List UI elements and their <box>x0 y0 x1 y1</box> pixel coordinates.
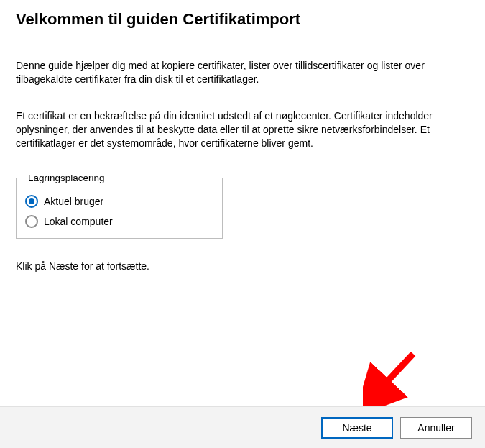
svg-line-1 <box>371 354 413 398</box>
storage-location-group: Lagringsplacering Aktuel bruger Lokal co… <box>16 173 223 239</box>
intro-text: Denne guide hjælper dig med at kopiere c… <box>16 59 468 86</box>
cancel-button[interactable]: Annuller <box>400 417 472 439</box>
dialog-footer: Næste Annuller <box>0 406 485 448</box>
page-title: Velkommen til guiden Certifikatimport <box>16 10 469 29</box>
radio-label: Lokal computer <box>44 216 113 227</box>
radio-label: Aktuel bruger <box>44 196 103 207</box>
explanation-text: Et certifikat er en bekræftelse på din i… <box>16 109 468 150</box>
next-button[interactable]: Næste <box>321 417 393 439</box>
radio-icon <box>25 195 38 208</box>
radio-icon <box>25 215 38 228</box>
radio-current-user[interactable]: Aktuel bruger <box>25 195 213 208</box>
continue-hint: Klik på Næste for at fortsætte. <box>16 260 469 272</box>
storage-legend: Lagringsplacering <box>25 173 108 183</box>
radio-local-computer[interactable]: Lokal computer <box>25 215 213 228</box>
annotation-arrow-icon <box>363 347 428 411</box>
